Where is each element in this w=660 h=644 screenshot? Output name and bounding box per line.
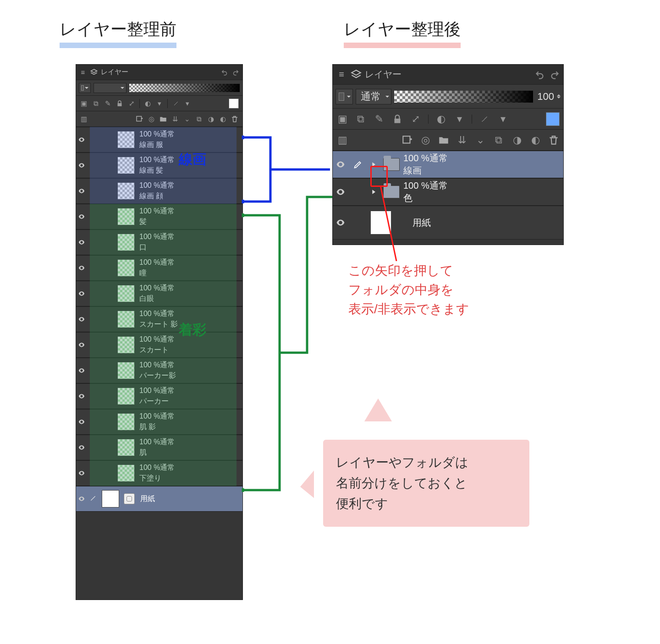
ref-icon[interactable]: ⧉ bbox=[92, 99, 100, 108]
layer-row[interactable]: 100 %通常下塗り bbox=[76, 460, 242, 486]
combine-icon[interactable]: ⧉ bbox=[493, 134, 505, 146]
new-vector-layer-icon[interactable]: ◎ bbox=[147, 115, 155, 123]
visibility-toggle[interactable] bbox=[76, 136, 87, 143]
layer-thumbnail bbox=[117, 311, 135, 328]
layer-name: 線画 服 bbox=[139, 140, 175, 150]
layer-row[interactable]: 100 %通常口 bbox=[76, 229, 242, 255]
visibility-toggle[interactable] bbox=[76, 495, 87, 502]
new-raster-layer-icon[interactable] bbox=[401, 134, 413, 146]
undo-icon[interactable] bbox=[220, 68, 229, 76]
visibility-toggle[interactable] bbox=[76, 162, 87, 169]
merge-down-icon[interactable]: ⌄ bbox=[474, 134, 486, 146]
folder-row[interactable]: 100 %通常線画 bbox=[333, 151, 563, 178]
visibility-toggle[interactable] bbox=[76, 444, 87, 451]
layer-info: 100 %通常 bbox=[139, 386, 175, 396]
layer-row[interactable]: 100 %通常髪 bbox=[76, 204, 242, 229]
layer-row[interactable]: 100 %通常線画 服 bbox=[76, 127, 242, 153]
folder-expand-arrow[interactable] bbox=[368, 158, 380, 170]
paper-layer-row[interactable]: 用紙 bbox=[76, 486, 242, 512]
ruler-icon[interactable]: ⟋ bbox=[171, 99, 180, 108]
redo-icon[interactable] bbox=[231, 68, 240, 76]
visibility-toggle[interactable] bbox=[76, 418, 87, 426]
visibility-toggle[interactable] bbox=[76, 290, 87, 297]
layer-row[interactable]: 100 %通常パーカー bbox=[76, 383, 242, 409]
visibility-toggle[interactable] bbox=[76, 264, 87, 272]
ref-icon[interactable]: ⧉ bbox=[355, 113, 367, 125]
transfer-down-icon[interactable]: ⇊ bbox=[456, 134, 468, 146]
lock-toggle[interactable] bbox=[90, 495, 97, 503]
draft-icon[interactable]: ✎ bbox=[104, 99, 112, 108]
mask-dropdown-icon[interactable]: ▾ bbox=[155, 99, 164, 108]
palette-dropdown[interactable] bbox=[79, 83, 91, 93]
visibility-toggle[interactable] bbox=[76, 187, 87, 195]
lock-icon[interactable] bbox=[391, 113, 403, 125]
visibility-toggle[interactable] bbox=[333, 187, 348, 197]
layer-row[interactable]: 100 %通常肌 bbox=[76, 435, 242, 460]
visibility-toggle[interactable] bbox=[76, 213, 87, 220]
folder-name: 線画 bbox=[403, 164, 448, 177]
opacity-spinner[interactable] bbox=[557, 93, 561, 100]
split-view-icon[interactable]: ▥ bbox=[336, 134, 348, 146]
menu-icon[interactable]: ≡ bbox=[336, 69, 347, 81]
folder-expand-arrow[interactable] bbox=[368, 186, 380, 198]
new-raster-layer-icon[interactable] bbox=[135, 115, 143, 123]
mask-create-icon[interactable]: ◑ bbox=[511, 134, 523, 146]
clip-icon[interactable]: ▣ bbox=[336, 113, 348, 125]
visibility-toggle[interactable] bbox=[76, 367, 87, 374]
redo-icon[interactable] bbox=[549, 69, 561, 81]
layer-row[interactable]: 100 %通常線画 顔 bbox=[76, 178, 242, 204]
mask-create-icon[interactable]: ◑ bbox=[207, 115, 215, 123]
layer-color-swatch[interactable] bbox=[546, 112, 560, 126]
merge-down-icon[interactable]: ⌄ bbox=[183, 115, 191, 123]
layer-row[interactable]: 100 %通常肌 影 bbox=[76, 409, 242, 435]
clip-icon[interactable]: ▣ bbox=[80, 99, 88, 108]
layer-info: 100 %通常 bbox=[139, 232, 175, 242]
mask-dropdown-icon[interactable]: ▾ bbox=[453, 113, 465, 125]
visibility-toggle[interactable] bbox=[333, 159, 348, 169]
layer-name: スカート bbox=[139, 345, 175, 355]
layer-row[interactable]: 100 %通常スカート 影 bbox=[76, 306, 242, 332]
layer-list: 100 %通常線画 服100 %通常線画 髪100 %通常線画 顔100 %通常… bbox=[76, 127, 242, 512]
delete-layer-icon[interactable] bbox=[231, 115, 239, 123]
new-folder-icon[interactable] bbox=[159, 115, 167, 123]
lock-icon[interactable] bbox=[116, 99, 124, 108]
draft-icon[interactable]: ✎ bbox=[373, 113, 385, 125]
mask-icon[interactable]: ◐ bbox=[143, 99, 152, 108]
layer-row[interactable]: 100 %通常スカート bbox=[76, 332, 242, 358]
combine-icon[interactable]: ⧉ bbox=[195, 115, 203, 123]
layer-row[interactable]: 100 %通常白眼 bbox=[76, 281, 242, 306]
opacity-slider[interactable] bbox=[129, 84, 240, 92]
blend-mode-dropdown[interactable]: 通常 bbox=[356, 89, 391, 104]
palette-dropdown[interactable] bbox=[336, 89, 353, 104]
mask-icon[interactable]: ◐ bbox=[435, 113, 447, 125]
ruler-dropdown-icon[interactable]: ▾ bbox=[183, 99, 192, 108]
expand-icon[interactable]: ⤢ bbox=[410, 113, 422, 125]
visibility-toggle[interactable] bbox=[76, 341, 87, 349]
opacity-slider[interactable] bbox=[394, 91, 533, 103]
layer-color-swatch[interactable] bbox=[229, 98, 239, 109]
visibility-toggle[interactable] bbox=[76, 316, 87, 323]
folder-row[interactable]: 100 %通常色 bbox=[333, 178, 563, 206]
layer-row[interactable]: 100 %通常瞳 bbox=[76, 255, 242, 281]
layer-info: 100 %通常 bbox=[139, 412, 175, 421]
visibility-toggle[interactable] bbox=[76, 239, 87, 246]
menu-icon[interactable]: ≡ bbox=[79, 68, 87, 76]
new-folder-icon[interactable] bbox=[438, 134, 450, 146]
layer-row[interactable]: 100 %通常線画 髪 bbox=[76, 153, 242, 178]
split-view-icon[interactable]: ▥ bbox=[80, 115, 88, 123]
ruler-dropdown-icon[interactable]: ▾ bbox=[497, 113, 509, 125]
visibility-toggle[interactable] bbox=[76, 469, 87, 477]
delete-layer-icon[interactable] bbox=[548, 134, 560, 146]
layer-row[interactable]: 100 %通常パーカー影 bbox=[76, 358, 242, 383]
apply-mask-icon[interactable]: ◐ bbox=[529, 134, 541, 146]
new-vector-layer-icon[interactable]: ◎ bbox=[419, 134, 431, 146]
transfer-down-icon[interactable]: ⇊ bbox=[171, 115, 179, 123]
ruler-icon[interactable]: ⟋ bbox=[478, 113, 490, 125]
expand-icon[interactable]: ⤢ bbox=[127, 99, 136, 108]
visibility-toggle[interactable] bbox=[76, 393, 87, 400]
blend-mode-dropdown[interactable] bbox=[94, 83, 126, 93]
undo-icon[interactable] bbox=[534, 69, 546, 81]
visibility-toggle[interactable] bbox=[333, 218, 348, 228]
apply-mask-icon[interactable]: ◐ bbox=[219, 115, 227, 123]
paper-layer-row[interactable]: 用紙 bbox=[333, 206, 563, 240]
